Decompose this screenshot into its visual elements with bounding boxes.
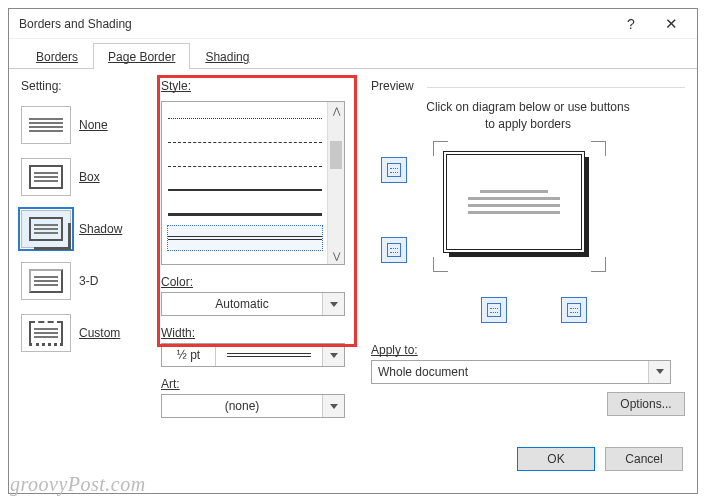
setting-box-label: Box <box>79 170 100 184</box>
border-left-button[interactable] <box>481 297 507 323</box>
tab-shading[interactable]: Shading <box>190 43 264 69</box>
cancel-button[interactable]: Cancel <box>605 447 683 471</box>
dialog-footer: OK Cancel <box>9 437 697 481</box>
art-value: (none) <box>162 399 322 413</box>
border-top-icon <box>387 163 401 177</box>
style-listbox[interactable]: ⋀ ⋁ <box>161 101 345 265</box>
setting-box[interactable]: Box <box>21 153 161 201</box>
setting-custom[interactable]: Custom <box>21 309 161 357</box>
chevron-down-icon[interactable] <box>648 361 670 383</box>
options-row: Options... <box>371 392 685 416</box>
setting-custom-thumb <box>21 314 71 352</box>
style-option-0[interactable] <box>168 106 322 130</box>
style-label: Style: <box>161 79 361 93</box>
preview-column: Preview Click on diagram below or use bu… <box>361 79 685 437</box>
close-button[interactable]: ✕ <box>651 15 691 33</box>
width-combobox[interactable]: ½ pt <box>161 343 345 367</box>
scroll-thumb[interactable] <box>328 119 344 247</box>
titlebar: Borders and Shading ? ✕ <box>9 9 697 39</box>
border-bottom-icon <box>387 243 401 257</box>
style-option-2[interactable] <box>168 154 322 178</box>
border-left-icon <box>487 303 501 317</box>
setting-label: Setting: <box>21 79 161 93</box>
crop-mark <box>591 141 606 156</box>
style-column: Style: ⋀ ⋁ Color: Automatic <box>161 79 361 437</box>
chevron-down-icon[interactable] <box>322 395 344 417</box>
tab-page-border[interactable]: Page Border <box>93 43 190 69</box>
width-preview <box>216 344 322 366</box>
setting-custom-label: Custom <box>79 326 120 340</box>
setting-column: Setting: None Box Shadow 3-D Custom <box>21 79 161 437</box>
setting-none[interactable]: None <box>21 101 161 149</box>
options-button[interactable]: Options... <box>607 392 685 416</box>
tab-strip: Borders Page Border Shading <box>9 41 697 69</box>
chevron-down-icon[interactable] <box>322 344 344 366</box>
art-label: Art: <box>161 377 361 391</box>
border-right-button[interactable] <box>561 297 587 323</box>
setting-none-thumb <box>21 106 71 144</box>
color-label: Color: <box>161 275 361 289</box>
preview-hint: Click on diagram below or use buttons to… <box>371 99 685 133</box>
scroll-down-icon[interactable]: ⋁ <box>328 247 344 264</box>
crop-mark <box>591 257 606 272</box>
preview-label: Preview <box>371 79 685 93</box>
setting-3d-thumb <box>21 262 71 300</box>
preview-diagram <box>371 147 685 297</box>
apply-to-value: Whole document <box>372 365 648 379</box>
border-top-button[interactable] <box>381 157 407 183</box>
art-combobox[interactable]: (none) <box>161 394 345 418</box>
window-title: Borders and Shading <box>19 17 611 31</box>
dialog-borders-and-shading: Borders and Shading ? ✕ Borders Page Bor… <box>8 8 698 494</box>
width-label: Width: <box>161 326 361 340</box>
scroll-up-icon[interactable]: ⋀ <box>328 102 344 119</box>
setting-3d[interactable]: 3-D <box>21 257 161 305</box>
page-preview[interactable] <box>443 151 585 253</box>
apply-to-label: Apply to: <box>371 343 685 357</box>
color-combobox[interactable]: Automatic <box>161 292 345 316</box>
crop-mark <box>433 257 448 272</box>
style-option-5[interactable] <box>168 226 322 250</box>
style-scrollbar[interactable]: ⋀ ⋁ <box>327 102 344 264</box>
width-value: ½ pt <box>162 344 216 366</box>
style-option-4[interactable] <box>168 202 322 226</box>
color-value: Automatic <box>162 297 322 311</box>
ok-button[interactable]: OK <box>517 447 595 471</box>
setting-none-label: None <box>79 118 108 132</box>
style-options <box>168 106 322 260</box>
border-right-icon <box>567 303 581 317</box>
help-button[interactable]: ? <box>611 16 651 32</box>
setting-box-thumb <box>21 158 71 196</box>
setting-shadow-thumb <box>21 210 71 248</box>
style-option-3[interactable] <box>168 178 322 202</box>
page-box <box>443 151 585 253</box>
setting-3d-label: 3-D <box>79 274 98 288</box>
border-bottom-button[interactable] <box>381 237 407 263</box>
setting-shadow[interactable]: Shadow <box>21 205 161 253</box>
apply-to-combobox[interactable]: Whole document <box>371 360 671 384</box>
style-option-1[interactable] <box>168 130 322 154</box>
tab-borders[interactable]: Borders <box>21 43 93 69</box>
setting-shadow-label: Shadow <box>79 222 122 236</box>
apply-to-row: Apply to: Whole document <box>371 343 685 384</box>
dialog-body: Setting: None Box Shadow 3-D Custom <box>9 69 697 437</box>
chevron-down-icon[interactable] <box>322 293 344 315</box>
